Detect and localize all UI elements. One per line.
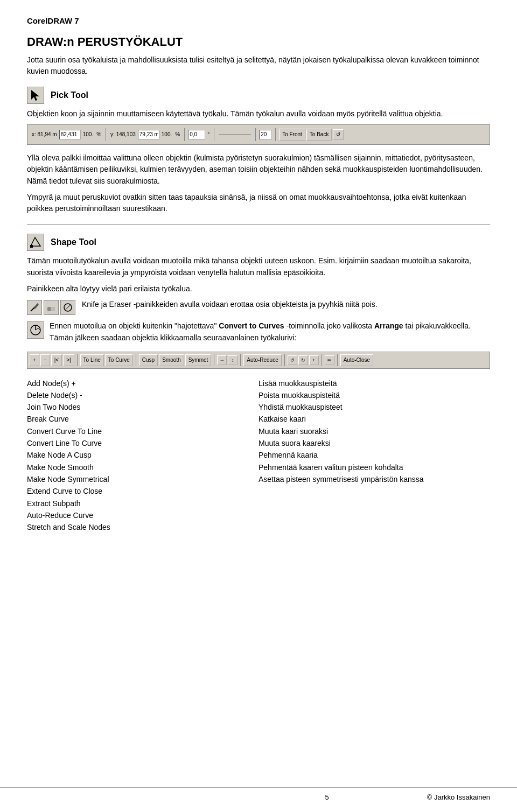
rotate-cw-icon[interactable]: ↻: [298, 355, 308, 365]
shape-tool-title: Shape Tool: [51, 237, 96, 247]
node-description: Pehmennä kaaria: [258, 449, 490, 461]
node-description: Pehmentää kaaren valitun pisteen kohdalt…: [258, 461, 490, 473]
node-description: Lisää muokkauspisteitä: [258, 377, 490, 389]
node-name: Extract Subpath: [27, 498, 258, 509]
toolbar-size-input[interactable]: [259, 130, 272, 139]
join-left-button[interactable]: |<: [51, 354, 62, 366]
to-front-button[interactable]: To Front: [279, 129, 305, 141]
svg-rect-2: [30, 245, 33, 248]
node-table-row: Extend Curve to Close: [27, 485, 490, 497]
node-description: Asettaa pisteen symmetrisesti ympäristön…: [258, 473, 490, 485]
node-description: [258, 521, 490, 533]
svg-marker-0: [31, 90, 39, 101]
node-table-row: Convert Curve To LineMuuta kaari suoraks…: [27, 425, 490, 437]
node-name: Make Node A Cusp: [27, 449, 258, 461]
eraser2-icon: [60, 300, 75, 315]
mirror-h-icon[interactable]: ↔: [217, 355, 227, 365]
knife-text: Knife ja Eraser -painikkeiden avulla voi…: [82, 299, 490, 310]
node-name: Join Two Nodes: [27, 401, 258, 413]
pick-tool-toolbar: x: 81,94 m 100. % y: 148,103 100. % ° ——…: [27, 124, 490, 145]
to-back-button[interactable]: To Back: [306, 129, 332, 141]
ntb-sep4: [240, 354, 241, 366]
pick-tool-header: Pick Tool: [27, 87, 490, 104]
node-name: Convert Curve To Line: [27, 425, 258, 437]
node-table-row: Delete Node(s) -Poista muokkauspisteitä: [27, 389, 490, 401]
svg-marker-1: [31, 237, 40, 246]
convert-bold: Convert to Curves: [219, 321, 284, 330]
svg-line-8: [65, 305, 71, 310]
shape-tool-text2: Painikkeen alta löytyy vielä pari erilai…: [27, 283, 490, 295]
join-right-button[interactable]: >|: [63, 354, 74, 366]
node-description: [258, 498, 490, 509]
pick-tool-text1: Objektien koon ja sijainnin muuttamiseen…: [27, 108, 490, 120]
rotate-ccw-icon[interactable]: ↺: [288, 355, 297, 365]
stretch-icon[interactable]: +: [309, 355, 319, 365]
intro-text: Jotta suurin osa työkaluista ja mahdolli…: [27, 54, 490, 77]
ntb-sep7: [337, 354, 338, 366]
node-table-row: Convert Line To CurveMuuta suora kaareks…: [27, 437, 490, 449]
pick-tool-title: Pick Tool: [51, 90, 88, 100]
toolbar-coords2: y: 148,103 100. %: [109, 130, 181, 139]
node-name: Convert Line To Curve: [27, 437, 258, 449]
ntb-sep5: [284, 354, 285, 366]
toolbar-sep5: [275, 128, 276, 141]
shape-tool-header: Shape Tool: [27, 234, 490, 251]
node-table-row: Auto-Reduce Curve: [27, 509, 490, 521]
page: CorelDRAW 7 DRAW:n PERUSTYÖKALUT Jotta s…: [0, 0, 517, 575]
convert-curves-icon: [27, 321, 44, 339]
smooth-button[interactable]: Smooth: [159, 354, 184, 366]
node-name: Delete Node(s) -: [27, 389, 258, 401]
mirror-v-icon[interactable]: ↕: [228, 355, 237, 365]
node-table-row: Make Node SymmetricalAsettaa pisteen sym…: [27, 473, 490, 485]
symmet-button[interactable]: Symmet: [185, 354, 212, 366]
convert-text: Ennen muotoilua on objekti kuitenkin "ha…: [50, 320, 490, 344]
toolbar-angle-input[interactable]: [188, 130, 205, 139]
node-name: Add Node(s) +: [27, 377, 258, 389]
node-toolbar: + − |< >| To Line To Curve Cusp Smooth S…: [27, 352, 490, 369]
to-line-button[interactable]: To Line: [80, 354, 104, 366]
pick-tool-section: Pick Tool Objektien koon ja sijainnin mu…: [27, 87, 490, 215]
add-node-button[interactable]: +: [30, 354, 39, 366]
arrange-bold: Arrange: [374, 321, 403, 330]
footer-page: 5: [227, 793, 427, 801]
toolbar-coords: x: 81,94 m 100. %: [31, 130, 102, 139]
shape-tool-section: Shape Tool Tämän muotoilutyökalun avulla…: [27, 234, 490, 533]
to-curve-button[interactable]: To Curve: [105, 354, 133, 366]
node-name: Break Curve: [27, 413, 258, 425]
auto-reduce-button[interactable]: Auto-Reduce: [243, 354, 281, 366]
node-description: [258, 485, 490, 497]
toolbar-line: ——————: [218, 131, 252, 137]
toolbar-sep4: [255, 128, 256, 141]
shape-tool-text1: Tämän muotoilutyökalun avulla voidaan mu…: [27, 255, 490, 278]
node-table-row: Make Node SmoothPehmentää kaaren valitun…: [27, 461, 490, 473]
node-description: Katkaise kaari: [258, 413, 490, 425]
toolbar-y-input[interactable]: [138, 130, 159, 139]
node-table-row: Break CurveKatkaise kaari: [27, 413, 490, 425]
convert-section: Ennen muotoilua on objekti kuitenkin "ha…: [27, 320, 490, 344]
cusp-button[interactable]: Cusp: [139, 354, 158, 366]
shape-tool-icon: [27, 234, 44, 251]
main-title: DRAW:n PERUSTYÖKALUT: [27, 35, 490, 49]
node-table-row: Extract Subpath: [27, 498, 490, 509]
delete-node-button[interactable]: −: [40, 354, 50, 366]
node-table-row: Join Two NodesYhdistä muokkauspisteet: [27, 401, 490, 413]
auto-close-button[interactable]: Auto-Close: [340, 354, 373, 366]
node-description: Poista muokkauspisteitä: [258, 389, 490, 401]
node-table-row: Add Node(s) +Lisää muokkauspisteitä: [27, 377, 490, 389]
ntb-sep1: [77, 354, 78, 366]
toolbar-sep3: [214, 128, 214, 141]
toolbar-x-input[interactable]: [59, 130, 81, 139]
knife-section: Knife ja Eraser -painikkeiden avulla voi…: [27, 299, 490, 315]
node-description: Yhdistä muokkauspisteet: [258, 401, 490, 413]
footer-author: © Jarkko Issakainen: [427, 793, 490, 801]
divider1: [27, 225, 490, 225]
node-name: Stretch and Scale Nodes: [27, 521, 258, 533]
eraser-node-icon[interactable]: ✏: [325, 355, 334, 365]
knife-icon: [27, 300, 42, 315]
node-name: Make Node Smooth: [27, 461, 258, 473]
node-name: Extend Curve to Close: [27, 485, 258, 497]
eraser-icon: [44, 300, 59, 315]
node-description: Muuta kaari suoraksi: [258, 425, 490, 437]
node-name: Auto-Reduce Curve: [27, 509, 258, 521]
toolbar-refresh-icon[interactable]: ↺: [333, 129, 344, 140]
